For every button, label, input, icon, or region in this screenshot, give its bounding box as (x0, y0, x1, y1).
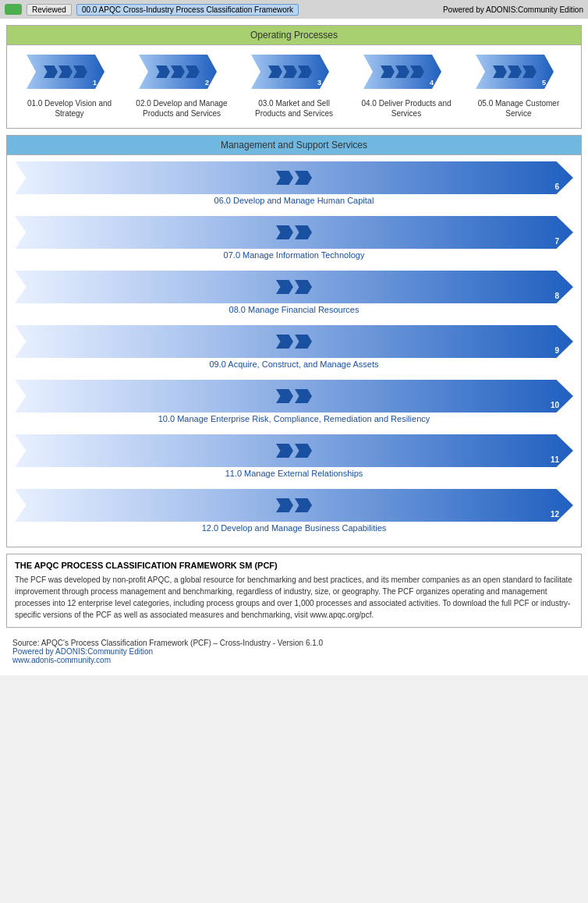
mgmt-item-11[interactable]: 11 11.0 Manage External Relationships (15, 434, 573, 483)
mgmt-label-12: 12.0 Develop and Manage Business Capabil… (15, 523, 573, 533)
operating-items-row: 1 01.0 Develop Vision and Strategy 2 (7, 45, 581, 128)
inner-arrow (156, 66, 170, 78)
operating-header: Operating Processes (7, 26, 581, 45)
inner-arrow (283, 66, 297, 78)
mgmt-num-10: 10 (551, 401, 559, 409)
inner-arrow (381, 66, 395, 78)
inner-arrow (58, 66, 73, 78)
mgmt-label-6: 06.0 Develop and Manage Human Capital (15, 196, 573, 205)
inner-arrow (295, 225, 312, 239)
mgmt-num-12: 12 (551, 510, 559, 519)
mgmt-arrow-12: 12 (15, 489, 573, 522)
inner-arrow (493, 66, 507, 78)
inner-arrow (295, 335, 312, 349)
mgmt-num-6: 6 (554, 182, 559, 191)
op-item-5[interactable]: 5 05.0 Manage Customer Service (472, 55, 565, 119)
footer-powered[interactable]: Powered by ADONIS:Community Edition (12, 647, 153, 656)
mgmt-item-8[interactable]: 8 08.0 Manage Financial Resources (15, 271, 573, 319)
description-box: THE APQC PROCESS CLASSIFICATION FRAMEWOR… (6, 554, 582, 628)
inner-arrow (508, 66, 522, 78)
footer: Source: APQC's Process Classification Fr… (6, 634, 582, 669)
inner-arrow (276, 225, 293, 239)
op-item-1[interactable]: 1 01.0 Develop Vision and Strategy (23, 55, 116, 119)
mgmt-item-9[interactable]: 9 09.0 Acquire, Construct, and Manage As… (15, 325, 573, 374)
management-section: Management and Support Services 6 06.0 D… (6, 135, 582, 547)
mgmt-label-10: 10.0 Manage Enterprise Risk, Compliance,… (15, 414, 573, 423)
footer-source: Source: APQC's Process Classification Fr… (12, 639, 576, 647)
inner-arrow (295, 389, 312, 403)
op-num-1: 1 (93, 79, 97, 87)
op-num-3: 3 (317, 79, 321, 87)
op-item-2[interactable]: 2 02.0 Develop and Manage Products and S… (135, 55, 228, 119)
op-label-5: 05.0 Manage Customer Service (472, 98, 565, 119)
inner-arrow (276, 171, 293, 185)
op-label-1: 01.0 Develop Vision and Strategy (23, 98, 116, 119)
mgmt-arrow-9: 9 (15, 325, 573, 358)
footer-website[interactable]: www.adonis-community.com (12, 656, 111, 664)
inner-arrow (171, 66, 185, 78)
mgmt-arrow-11: 11 (15, 434, 573, 467)
description-text: The PCF was developed by non-profit APQC… (15, 574, 573, 621)
op-item-4[interactable]: 4 04.0 Deliver Products and Services (360, 55, 453, 119)
inner-arrow (276, 280, 293, 294)
mgmt-label-11: 11.0 Manage External Relationships (15, 469, 573, 478)
mgmt-num-9: 9 (554, 346, 559, 355)
inner-arrow (298, 66, 312, 78)
inner-arrow (276, 389, 293, 403)
operating-processes-section: Operating Processes 1 01.0 Develop Visio… (6, 25, 582, 129)
inner-arrow (268, 66, 282, 78)
inner-arrow (295, 444, 312, 458)
op-num-2: 2 (205, 79, 209, 87)
op-arrow-1: 1 (27, 55, 104, 89)
op-label-3: 03.0 Market and Sell Products and Servic… (247, 98, 341, 119)
mgmt-label-7: 07.0 Manage Information Technology (15, 250, 573, 260)
powered-label: Powered by ADONIS:Community Edition (443, 5, 583, 14)
description-title: THE APQC PROCESS CLASSIFICATION FRAMEWOR… (15, 561, 573, 570)
inner-arrow (73, 66, 87, 78)
management-items-list: 6 06.0 Develop and Manage Human Capital … (7, 155, 581, 547)
op-item-3[interactable]: 3 03.0 Market and Sell Products and Serv… (247, 55, 341, 119)
management-header: Management and Support Services (7, 136, 581, 155)
op-num-5: 5 (542, 79, 546, 87)
inner-arrow (186, 66, 200, 78)
op-label-2: 02.0 Develop and Manage Products and Ser… (135, 98, 228, 119)
mgmt-arrow-7: 7 (15, 216, 573, 249)
mgmt-arrow-6: 6 (15, 161, 573, 194)
mgmt-item-12[interactable]: 12 12.0 Develop and Manage Business Capa… (15, 489, 573, 537)
inner-arrow (276, 498, 293, 512)
mgmt-item-6[interactable]: 6 06.0 Develop and Manage Human Capital (15, 161, 573, 210)
mgmt-arrow-10: 10 (15, 380, 573, 413)
inner-arrow (295, 280, 312, 294)
mgmt-item-7[interactable]: 7 07.0 Manage Information Technology (15, 216, 573, 264)
top-bar: Reviewed 00.0 APQC Cross-Industry Proces… (0, 0, 588, 19)
inner-arrow (522, 66, 537, 78)
mgmt-label-8: 08.0 Manage Financial Resources (15, 305, 573, 314)
inner-arrow (44, 66, 58, 78)
inner-arrow (276, 335, 293, 349)
op-num-4: 4 (430, 79, 434, 87)
inner-arrow (295, 498, 312, 512)
mgmt-num-11: 11 (551, 455, 559, 464)
mgmt-item-10[interactable]: 10 10.0 Manage Enterprise Risk, Complian… (15, 380, 573, 428)
mgmt-arrow-8: 8 (15, 271, 573, 303)
inner-arrow (410, 66, 424, 78)
mgmt-num-7: 7 (554, 237, 559, 246)
mgmt-label-9: 09.0 Acquire, Construct, and Manage Asse… (15, 359, 573, 369)
op-arrow-3: 3 (251, 55, 329, 89)
inner-arrow (276, 444, 293, 458)
op-label-4: 04.0 Deliver Products and Services (360, 98, 453, 119)
op-arrow-2: 2 (139, 55, 217, 89)
mgmt-num-8: 8 (554, 292, 559, 300)
inner-arrow (395, 66, 409, 78)
reviewed-badge[interactable]: Reviewed (27, 4, 72, 16)
title-badge[interactable]: 00.0 APQC Cross-Industry Process Classif… (76, 4, 299, 16)
op-arrow-4: 4 (363, 55, 441, 89)
status-indicator (5, 4, 22, 15)
op-arrow-5: 5 (476, 55, 554, 89)
inner-arrow (295, 171, 312, 185)
